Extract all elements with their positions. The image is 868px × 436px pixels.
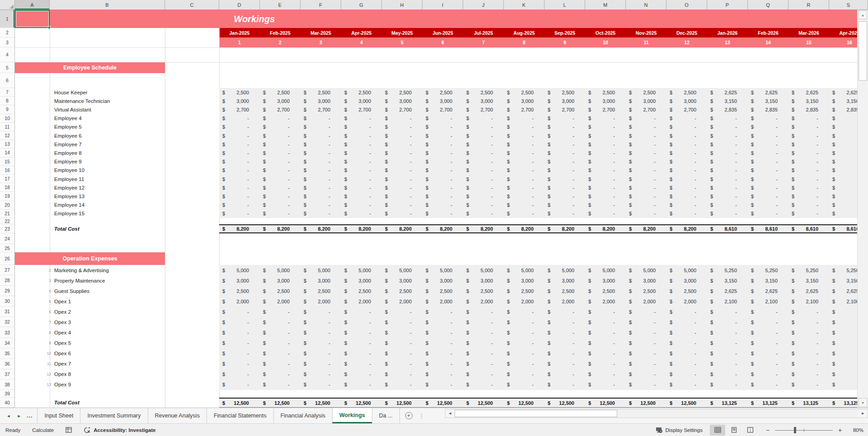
cell-J20[interactable]: $-	[463, 201, 504, 209]
cell-P34[interactable]: $-	[707, 338, 748, 348]
cell-H32[interactable]: $-	[382, 317, 422, 327]
column-header-B[interactable]: B	[50, 0, 165, 9]
cell-P21[interactable]: $-	[707, 209, 748, 218]
cell-R15[interactable]: $-	[788, 158, 829, 166]
row-header-36[interactable]: 36	[0, 359, 14, 369]
cell-P33[interactable]: $-	[707, 327, 748, 338]
cell-D9[interactable]: $2,700	[219, 105, 260, 114]
cell-L35[interactable]: $-	[544, 348, 585, 359]
cell-L37[interactable]: $-	[544, 369, 585, 380]
cell-S32[interactable]: $-	[829, 317, 857, 327]
selected-cell-A1[interactable]	[15, 10, 50, 28]
cell-B12[interactable]: Employee 6	[54, 131, 82, 140]
cell-J37[interactable]: $-	[463, 369, 504, 380]
cell-S12[interactable]: $-	[829, 131, 857, 140]
cell-R28[interactable]: $3,150	[788, 275, 829, 286]
cell-F23[interactable]: $8,200	[300, 225, 341, 232]
cell-N16[interactable]: $-	[626, 166, 666, 175]
column-header-I[interactable]: I	[422, 0, 463, 9]
cell-Q29[interactable]: $2,625	[748, 286, 788, 296]
cell-L17[interactable]: $-	[544, 175, 585, 183]
cell-G27[interactable]: $5,000	[341, 265, 382, 275]
cell-K20[interactable]: $-	[504, 201, 544, 209]
cell-N17[interactable]: $-	[626, 175, 666, 183]
cell-K10[interactable]: $-	[504, 114, 544, 123]
cell-N27[interactable]: $5,000	[626, 265, 666, 275]
row-header-9[interactable]: 9	[0, 105, 14, 114]
cell-S18[interactable]: $-	[829, 183, 857, 192]
cell-F19[interactable]: $-	[300, 192, 341, 200]
cell-J17[interactable]: $-	[463, 175, 504, 183]
display-settings-button[interactable]: Display Settings	[656, 427, 703, 433]
cell-D23[interactable]: $8,200	[219, 225, 260, 232]
cell-E13[interactable]: $-	[260, 140, 300, 148]
zoom-slider-thumb[interactable]	[794, 427, 796, 433]
row-header-33[interactable]: 33	[0, 327, 14, 338]
cell-G35[interactable]: $-	[341, 348, 382, 359]
cell-J11[interactable]: $-	[463, 123, 504, 131]
cell-H37[interactable]: $-	[382, 369, 422, 380]
cell-D21[interactable]: $-	[219, 209, 260, 218]
cell-R8[interactable]: $3,150	[788, 97, 829, 105]
cell-I15[interactable]: $-	[422, 158, 463, 166]
cell-G18[interactable]: $-	[341, 183, 382, 192]
cell-L36[interactable]: $-	[544, 359, 585, 369]
cell-D35[interactable]: $-	[219, 348, 260, 359]
cell-S20[interactable]: $-	[829, 201, 857, 209]
accessibility-status[interactable]: Accessibility: Investigate	[84, 427, 155, 433]
cell-D10[interactable]: $-	[219, 114, 260, 123]
cell-G7[interactable]: $2,500	[341, 88, 382, 97]
cell-M19[interactable]: $-	[585, 192, 626, 200]
cell-B34[interactable]: Opex 5	[54, 338, 71, 348]
next-sheet-icon[interactable]: ▸	[18, 413, 21, 419]
cell-H8[interactable]: $3,000	[382, 97, 422, 105]
cell-K14[interactable]: $-	[504, 148, 544, 157]
cell-D29[interactable]: $2,500	[219, 286, 260, 296]
cell-L40[interactable]: $12,500	[544, 399, 585, 407]
cell-B7[interactable]: House Keeper	[54, 88, 88, 97]
cell-J21[interactable]: $-	[463, 209, 504, 218]
cell-D30[interactable]: $2,000	[219, 296, 260, 306]
cell-N7[interactable]: $2,500	[626, 88, 666, 97]
cell-R40[interactable]: $13,125	[788, 399, 829, 407]
cell-N28[interactable]: $3,000	[626, 275, 666, 286]
sheet-tab-da[interactable]: Da ...	[372, 408, 400, 423]
cell-P7[interactable]: $2,625	[707, 88, 748, 97]
cell-S33[interactable]: $-	[829, 327, 857, 338]
cell-F31[interactable]: $-	[300, 306, 341, 317]
cell-J12[interactable]: $-	[463, 131, 504, 140]
cell-R10[interactable]: $-	[788, 114, 829, 123]
row-header-10[interactable]: 10	[0, 114, 14, 123]
cell-N33[interactable]: $-	[626, 327, 666, 338]
column-header-M[interactable]: M	[585, 0, 626, 9]
cell-F15[interactable]: $-	[300, 158, 341, 166]
row-header-3[interactable]: 3	[0, 37, 14, 47]
cell-P13[interactable]: $-	[707, 140, 748, 148]
cell-E36[interactable]: $-	[260, 359, 300, 369]
row-header-23[interactable]: 23	[0, 224, 14, 233]
cell-J31[interactable]: $-	[463, 306, 504, 317]
cell-M29[interactable]: $2,500	[585, 286, 626, 296]
cell-K29[interactable]: $2,500	[504, 286, 544, 296]
cell-B13[interactable]: Employee 7	[54, 140, 82, 148]
cell-S9[interactable]: $2,835	[829, 105, 857, 114]
row-header-11[interactable]: 11	[0, 123, 14, 131]
cell-S8[interactable]: $3,150	[829, 97, 857, 105]
row-header-34[interactable]: 34	[0, 338, 14, 348]
cell-I31[interactable]: $-	[422, 306, 463, 317]
cell-S28[interactable]: $3,150	[829, 275, 857, 286]
cell-J8[interactable]: $3,000	[463, 97, 504, 105]
cell-F7[interactable]: $2,500	[300, 88, 341, 97]
cell-Q16[interactable]: $-	[748, 166, 788, 175]
cell-I11[interactable]: $-	[422, 123, 463, 131]
cell-L11[interactable]: $-	[544, 123, 585, 131]
cell-H13[interactable]: $-	[382, 140, 422, 148]
column-header-D[interactable]: D	[219, 0, 260, 9]
cell-S27[interactable]: $5,250	[829, 265, 857, 275]
cell-M27[interactable]: $5,000	[585, 265, 626, 275]
cell-P36[interactable]: $-	[707, 359, 748, 369]
cell-N21[interactable]: $-	[626, 209, 666, 218]
cell-S35[interactable]: $-	[829, 348, 857, 359]
cell-E29[interactable]: $2,500	[260, 286, 300, 296]
cell-O19[interactable]: $-	[666, 192, 707, 200]
